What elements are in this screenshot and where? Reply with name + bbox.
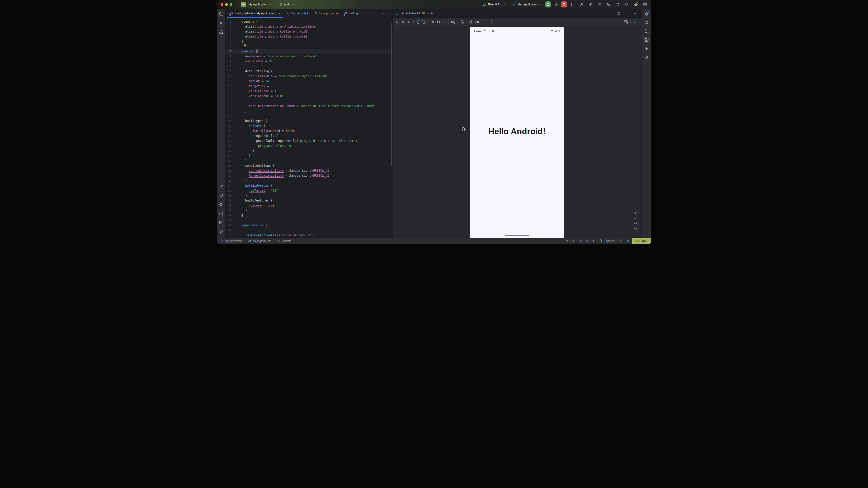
zoom-windows-button[interactable] <box>623 19 629 25</box>
code-line[interactable]: 21 buildTypes { <box>225 119 393 123</box>
code-line[interactable]: 37 buildFeatures { <box>225 198 393 203</box>
rotate-right-button[interactable] <box>421 19 427 25</box>
volume-up-button[interactable] <box>401 19 406 25</box>
run-configuration-selector[interactable]: My_Application <box>512 2 541 6</box>
code-line[interactable]: 40} <box>225 213 393 218</box>
hide-panel-icon[interactable] <box>633 11 637 15</box>
device-manager-tool-button[interactable] <box>644 28 650 34</box>
vim-mode-badge[interactable]: NORMAL <box>632 238 651 244</box>
indent-info[interactable]: 2 spaces* <box>599 239 616 242</box>
hidden-tabs-icon[interactable] <box>381 12 384 15</box>
code-line[interactable]: 39 } <box>225 208 393 213</box>
search-everywhere-button[interactable] <box>624 2 630 7</box>
device-ready-check[interactable] <box>632 19 638 25</box>
volume-down-button[interactable] <box>406 19 412 25</box>
code-line[interactable]: 20 <box>225 113 393 119</box>
code-line[interactable]: 4 alias(libs.plugins.kotlin.compose) <box>225 34 393 39</box>
project-selector[interactable]: My Application <box>248 3 272 6</box>
hardware-input-button[interactable] <box>450 19 456 25</box>
problems-tool-button[interactable] <box>218 210 224 217</box>
profile-button[interactable] <box>642 2 648 7</box>
attach-debugger-button[interactable] <box>606 2 612 7</box>
intention-lightbulb-icon[interactable] <box>243 44 247 47</box>
zoom-out-icon[interactable] <box>634 217 637 220</box>
code-line[interactable]: 29 } <box>225 158 393 163</box>
zoom-fit-icon[interactable] <box>634 227 637 230</box>
more-tool-windows-button[interactable] <box>218 38 224 44</box>
code-line[interactable]: 41 <box>225 218 393 223</box>
branch-selector[interactable]: main <box>279 3 294 6</box>
line-separator[interactable]: LF <box>573 239 577 242</box>
device-tab[interactable]: Pixel 9 Pro API 34 <box>396 11 430 15</box>
code-line[interactable]: 28 } <box>225 153 393 158</box>
app-quality-insights-tool-button[interactable] <box>218 192 224 199</box>
close-icon[interactable] <box>278 12 281 15</box>
code-line[interactable]: 15 versionCode = 1 <box>225 89 393 94</box>
settings-button[interactable] <box>633 2 639 7</box>
build-tool-button[interactable] <box>218 183 224 190</box>
terminal-tool-button[interactable] <box>218 219 224 226</box>
code-line[interactable]: 38 compose = true <box>225 203 393 208</box>
zoom-in-icon[interactable] <box>634 212 637 215</box>
home-button[interactable] <box>436 19 441 25</box>
code-line[interactable]: 22 release { <box>225 123 393 128</box>
open-in-new-window-icon[interactable] <box>617 11 621 15</box>
gradle-tool-button[interactable] <box>644 19 650 26</box>
code-line[interactable]: 35 jvmTarget = "11" <box>225 188 393 193</box>
code-line[interactable]: 30 compileOptions { <box>225 163 393 168</box>
code-line[interactable]: 27 ) <box>225 148 393 153</box>
code-line[interactable]: 31 sourceCompatibility = JavaVersion.VER… <box>225 168 393 173</box>
code-line[interactable]: 2 alias(libs.plugins.android.application… <box>225 24 393 29</box>
breadcrumb-item[interactable]: build.gradle.kts <box>248 239 271 242</box>
profiler-button[interactable] <box>597 2 602 7</box>
caret-position[interactable]: 7:9 <box>565 239 569 242</box>
code-line[interactable]: 19 } <box>225 108 393 113</box>
device-selector[interactable]: Pixel 9 Pro <box>483 2 506 6</box>
home-indicator[interactable] <box>505 235 529 236</box>
zoom-window-button[interactable] <box>230 3 232 6</box>
editor-tab[interactable]: settings.g <box>342 9 364 18</box>
code-line[interactable]: 16 versionName = "1.0" <box>225 94 393 98</box>
ai-assistant-status[interactable] <box>592 239 595 242</box>
resource-manager-tool-button[interactable] <box>218 29 224 35</box>
code-line[interactable]: 32 targetCompatibility = JavaVersion.VER… <box>225 173 393 178</box>
code-line[interactable]: 14 targetSdk = 36 <box>225 84 393 89</box>
code-line[interactable]: 10 <box>225 64 393 69</box>
rotate-left-button[interactable] <box>415 19 421 25</box>
minimize-window-button[interactable] <box>225 3 228 6</box>
code-line[interactable]: 34 kotlinOptions { <box>225 183 393 188</box>
code-line[interactable]: 7android { <box>225 49 393 54</box>
panel-options-icon[interactable] <box>625 11 629 15</box>
commit-tool-button[interactable] <box>218 20 224 26</box>
reset-button[interactable] <box>483 19 489 25</box>
editor-tab[interactable]: MainActivity.kt <box>283 9 312 18</box>
code-editor[interactable]: 1plugins {2 alias(libs.plugins.android.a… <box>225 18 393 238</box>
code-line[interactable]: 5} <box>225 39 393 44</box>
close-window-button[interactable] <box>221 3 223 6</box>
code-line[interactable]: 33 } <box>225 178 393 183</box>
code-line[interactable]: 43 <box>225 228 393 233</box>
code-line[interactable]: 12 applicationId = "com.example.myapplic… <box>225 74 393 78</box>
code-line[interactable]: 13 minSdk = 24 <box>225 78 393 84</box>
screenshot-button[interactable] <box>468 19 474 25</box>
project-tool-button[interactable] <box>218 11 224 17</box>
code-line[interactable]: 18 testInstrumentationRunner = "androidx… <box>225 103 393 108</box>
code-line[interactable]: 25 getDefaultProguardFile("proguard-andr… <box>225 138 393 143</box>
file-encoding[interactable]: UTF-8 <box>580 239 588 242</box>
logcat-tool-button[interactable] <box>218 201 224 207</box>
code-line[interactable]: 42dependencies { <box>225 223 393 228</box>
editor-tab[interactable]: local.properties <box>312 9 342 18</box>
editor-tab[interactable]: build.gradle.kts (My Application) <box>227 9 283 18</box>
breadcrumb-item[interactable]: MyApplication <box>220 239 242 242</box>
build-button[interactable] <box>579 2 585 7</box>
add-device-tab-icon[interactable] <box>430 11 434 15</box>
code-line[interactable]: 36 } <box>225 193 393 198</box>
code-line[interactable]: 23 isMinifyEnabled = false <box>225 128 393 133</box>
editor-scrollbar[interactable] <box>391 23 392 166</box>
device-screen[interactable]: 10:20 Hello Android! <box>470 27 564 238</box>
screen-record-button[interactable] <box>474 19 480 25</box>
code-line[interactable]: 1plugins { <box>225 19 393 24</box>
gemini-tool-button[interactable] <box>644 46 650 52</box>
rerun-button[interactable] <box>545 1 551 7</box>
tab-options-icon[interactable] <box>386 11 390 15</box>
